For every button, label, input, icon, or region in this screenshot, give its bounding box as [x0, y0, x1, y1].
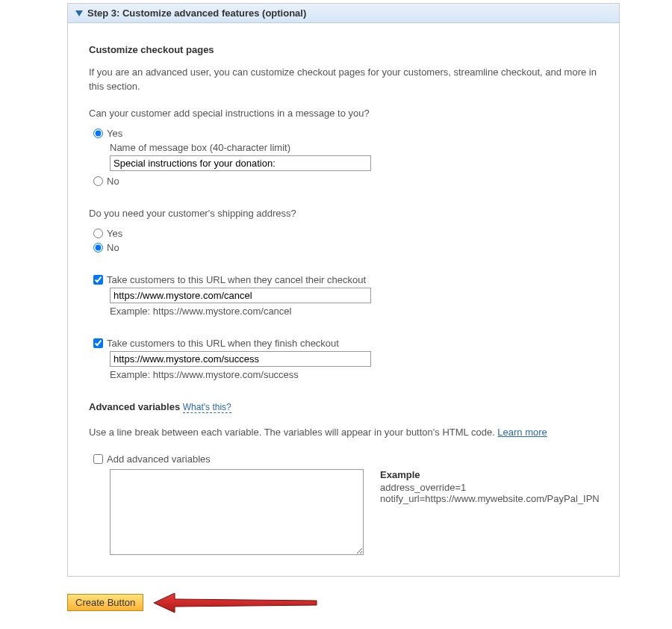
shipping-radios: Yes No: [93, 228, 601, 253]
special-no-radio[interactable]: [93, 176, 103, 186]
step3-panel: Step 3: Customize advanced features (opt…: [67, 3, 620, 577]
customize-intro: If you are an advanced user, you can cus…: [89, 66, 601, 94]
finish-url-input[interactable]: [110, 351, 371, 367]
cancel-url-label: Take customers to this URL when they can…: [107, 274, 366, 285]
svg-marker-0: [154, 593, 317, 613]
special-instructions-question: Can your customer add special instructio…: [89, 108, 601, 119]
finish-url-label: Take customers to this URL when they fin…: [107, 338, 339, 349]
shipping-no-label: No: [107, 242, 119, 253]
arrow-icon: [154, 592, 318, 614]
advanced-heading: Advanced variables: [89, 401, 180, 412]
shipping-yes-label: Yes: [107, 228, 122, 239]
advanced-desc: Use a line break between each variable. …: [89, 427, 497, 438]
chevron-down-icon: [75, 10, 83, 16]
advanced-textarea[interactable]: [110, 469, 364, 555]
step3-header[interactable]: Step 3: Customize advanced features (opt…: [68, 4, 619, 23]
shipping-no-radio[interactable]: [93, 243, 103, 252]
customize-heading: Customize checkout pages: [89, 44, 601, 55]
cancel-url-example: Example: https://www.mystore.com/cancel: [110, 306, 601, 317]
learn-more-link[interactable]: Learn more: [497, 427, 547, 438]
example-line-1: address_override=1: [380, 482, 600, 493]
panel-title: Step 3: Customize advanced features (opt…: [87, 7, 306, 19]
panel-body: Customize checkout pages If you are an a…: [68, 23, 619, 576]
cancel-url-input[interactable]: [110, 288, 371, 303]
example-title: Example: [380, 469, 600, 480]
shipping-question: Do you need your customer's shipping add…: [89, 208, 601, 219]
add-advanced-label: Add advanced variables: [107, 453, 211, 465]
create-button[interactable]: Create Button: [67, 594, 143, 611]
advanced-example: Example address_override=1 notify_url=ht…: [380, 469, 600, 555]
cancel-url-block: Take customers to this URL when they can…: [93, 274, 601, 317]
special-yes-radio[interactable]: [93, 128, 103, 138]
finish-url-example: Example: https://www.mystore.com/success: [110, 369, 601, 380]
msgbox-name-input[interactable]: [110, 155, 371, 171]
special-no-label: No: [107, 176, 119, 187]
special-instructions-radios: Yes Name of message box (40-character li…: [93, 128, 601, 187]
cancel-url-checkbox[interactable]: [93, 275, 103, 285]
finish-url-checkbox[interactable]: [93, 338, 103, 348]
create-button-row: Create Button: [67, 592, 672, 614]
whats-this-link[interactable]: What's this?: [183, 402, 231, 413]
advanced-variables-section: Advanced variables What's this? Use a li…: [89, 401, 601, 555]
special-yes-label: Yes: [107, 128, 122, 139]
add-advanced-checkbox[interactable]: [93, 454, 103, 464]
example-line-2: notify_url=https://www.mywebsite.com/Pay…: [380, 493, 600, 504]
msgbox-name-label: Name of message box (40-character limit): [110, 142, 601, 153]
shipping-yes-radio[interactable]: [93, 229, 103, 238]
finish-url-block: Take customers to this URL when they fin…: [93, 338, 601, 380]
